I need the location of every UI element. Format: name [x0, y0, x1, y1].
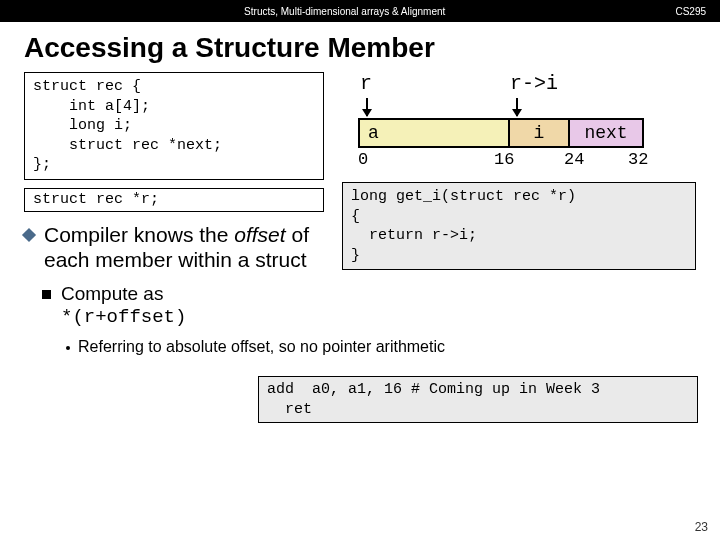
- offset-32: 32: [628, 150, 648, 169]
- left-column: struct rec { int a[4]; long i; struct re…: [24, 72, 324, 273]
- memory-diagram: r r->i a i next 0 16 24 32: [342, 72, 696, 172]
- topbar-course: CS295: [675, 6, 706, 17]
- struct-definition-code: struct rec { int a[4]; long i; struct re…: [24, 72, 324, 180]
- bullet-1-em: offset: [234, 223, 285, 246]
- offset-16: 16: [494, 150, 514, 169]
- sub-bullet-2-text: Referring to absolute offset, so no poin…: [78, 337, 445, 357]
- bullet-1: Compiler knows the offset of each member…: [24, 222, 324, 272]
- pointer-r-i-label: r->i: [510, 72, 558, 95]
- assembly-code: add a0, a1, 16 # Coming up in Week 3 ret: [258, 376, 698, 423]
- declaration-code: struct rec *r;: [24, 188, 324, 213]
- memory-layout-row: a i next: [358, 118, 644, 148]
- offset-24: 24: [564, 150, 584, 169]
- sub1-code: *(r+offset): [61, 306, 186, 328]
- sub1-pre: Compute as: [61, 283, 163, 304]
- bullet-1-pre: Compiler knows the: [44, 223, 234, 246]
- pointer-r-label: r: [360, 72, 372, 95]
- arrow-down-icon: [516, 98, 518, 116]
- topbar-title: Structs, Multi-dimensional arrays & Alig…: [14, 6, 675, 17]
- page-number: 23: [695, 520, 708, 534]
- right-column: r r->i a i next 0 16 24 32 long get_i(st…: [342, 72, 696, 273]
- diamond-bullet-icon: [22, 228, 36, 242]
- get-i-function-code: long get_i(struct rec *r) { return r->i;…: [342, 182, 696, 270]
- dot-bullet-icon: [66, 346, 70, 350]
- bullet-1-text: Compiler knows the offset of each member…: [44, 222, 324, 272]
- field-next-cell: next: [570, 120, 642, 146]
- content: struct rec { int a[4]; long i; struct re…: [0, 72, 720, 273]
- sub-bullet-2: Referring to absolute offset, so no poin…: [66, 337, 720, 357]
- field-i-cell: i: [510, 120, 570, 146]
- slide-title: Accessing a Structure Member: [0, 22, 720, 72]
- topbar: Structs, Multi-dimensional arrays & Alig…: [0, 0, 720, 22]
- arrow-down-icon: [366, 98, 368, 116]
- sub-bullet-1-text: Compute as *(r+offset): [61, 283, 186, 330]
- offset-0: 0: [358, 150, 368, 169]
- square-bullet-icon: [42, 290, 51, 299]
- sub-bullet-1: Compute as *(r+offset): [42, 283, 720, 330]
- field-a-cell: a: [360, 120, 510, 146]
